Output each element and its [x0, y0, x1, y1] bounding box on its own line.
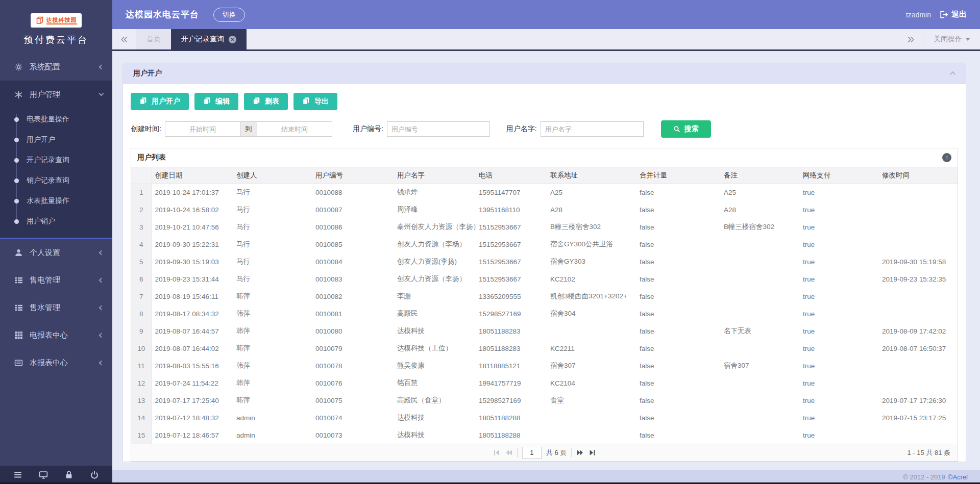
pagination-controls: 共 6 页 [493, 447, 596, 459]
scroll-top-icon[interactable]: ↑ [942, 153, 951, 162]
table-row[interactable]: 82019-08-17 08:34:32韩萍0010081高殿民15298527… [131, 305, 958, 322]
scroll-tabs-right-icon[interactable] [899, 29, 923, 49]
column-header[interactable]: 用户名字 [394, 167, 476, 184]
app-root: 达模科技园 预付费云平台 系统配置用户管理电表批量操作用户开户开户记录查询销户记… [0, 0, 980, 484]
table-cell: 15152953667 [476, 270, 547, 288]
table-cell: 马行 [233, 253, 312, 270]
tab[interactable]: 开户记录查询× [171, 29, 247, 49]
table-row[interactable]: 62019-09-23 15:31:44马行0010083创友人力资源（李扬）1… [131, 270, 958, 288]
sidebar-item[interactable]: 个人设置 [0, 239, 112, 266]
sidebar-item[interactable]: 用户管理 [0, 81, 112, 108]
table-cell: 马行 [233, 218, 312, 236]
tab-close-icon[interactable]: × [229, 36, 236, 43]
toolbar-button[interactable]: 编辑 [194, 93, 238, 110]
table-row[interactable]: 112019-08-03 15:55:16韩萍0010078熊吴俊康181188… [131, 357, 958, 374]
table-row[interactable]: 152019-07-12 18:46:57admin0010073达模科技180… [131, 426, 958, 444]
table-row[interactable]: 142019-07-12 18:48:32admin0010074达模科技180… [131, 409, 958, 426]
sidebar-subitem[interactable]: 用户销户 [0, 211, 112, 232]
first-page-icon[interactable] [493, 449, 500, 456]
column-header[interactable]: 合并计量 [636, 167, 721, 184]
table-cell: true [800, 322, 879, 340]
column-header[interactable]: 联系地址 [547, 167, 636, 184]
column-header[interactable]: 备注 [721, 167, 800, 184]
hamburger-menu-icon[interactable] [13, 470, 22, 479]
sidebar-subitem[interactable]: 电表批量操作 [0, 109, 112, 130]
chevron-left-icon [99, 64, 104, 69]
grid-title-bar: 用户列表 ↑ [131, 148, 958, 167]
table-row[interactable]: 92019-08-07 16:44:57韩萍0010080达模科技1805118… [131, 322, 958, 340]
sidebar-item[interactable]: 水报表中心 [0, 349, 112, 376]
table-row[interactable]: 22019-10-24 16:58:02马行0010087周泽峰13951168… [131, 201, 958, 218]
sidebar-item-label: 水报表中心 [30, 358, 100, 368]
toolbar-button[interactable]: 删表 [244, 93, 288, 110]
table-cell: true [800, 253, 879, 270]
table-cell: 2019-07-12 18:48:32 [152, 409, 233, 426]
user-name-input[interactable] [541, 121, 644, 137]
sidebar-subitem[interactable]: 开户记录查询 [0, 150, 112, 170]
column-header[interactable]: 修改时间 [879, 167, 958, 184]
acrel-link[interactable]: ©Acrel [948, 473, 968, 481]
table-row[interactable]: 32019-10-21 10:47:56马行0010086泰州创友人力资源（李扬… [131, 218, 958, 236]
table-row[interactable]: 52019-09-30 15:19:03马行0010084创友人力资源(李扬)1… [131, 253, 958, 270]
table-cell [879, 305, 958, 322]
sidebar-item[interactable]: 售水管理 [0, 294, 112, 321]
table-cell: 0010082 [312, 288, 394, 305]
sidebar-subitem[interactable]: 销户记录查询 [0, 170, 112, 191]
logout-button[interactable]: 退出 [951, 10, 967, 19]
toolbar-button[interactable]: 导出 [293, 93, 337, 110]
table-row[interactable]: 42019-09-30 15:22:31马行0010085创友人力资源（李杨）1… [131, 236, 958, 253]
table-cell: 15152953667 [476, 253, 547, 270]
table-cell: 2019-07-17 17:25:40 [152, 392, 233, 409]
sidebar-item[interactable]: 售电管理 [0, 266, 112, 294]
sidebar-subitem[interactable]: 用户开户 [0, 130, 112, 150]
column-header[interactable]: 用户编号 [312, 167, 394, 184]
table-row[interactable]: 72019-08-19 15:46:11韩萍0010082李灏133652095… [131, 288, 958, 305]
start-time-input[interactable] [165, 121, 240, 137]
switch-button[interactable]: 切换 [213, 8, 245, 22]
column-header[interactable]: 创建人 [233, 167, 312, 184]
column-header[interactable]: 电话 [476, 167, 547, 184]
table-cell: 创友人力资源（李杨） [394, 236, 476, 253]
table-cell: 2019-09-23 15:31:44 [152, 270, 233, 288]
close-operations-dropdown[interactable]: 关闭操作 [923, 29, 980, 49]
sidebar-item[interactable]: 电报表中心 [0, 321, 112, 349]
row-index: 9 [131, 322, 152, 340]
column-header[interactable]: 创建日期 [152, 167, 233, 184]
table-cell: false [636, 218, 721, 236]
table-row[interactable]: 132019-07-17 17:25:40韩萍0010075高殿民（食堂）152… [131, 392, 958, 409]
table-cell: 2019-10-24 16:58:02 [152, 201, 233, 218]
row-index: 15 [131, 426, 152, 444]
sidebar-subitem[interactable]: 水表批量操作 [0, 191, 112, 211]
toolbar-button[interactable]: 用户开户 [131, 93, 189, 110]
to-label: 到 [240, 121, 257, 137]
table-cell: true [800, 305, 879, 322]
last-page-icon[interactable] [589, 449, 596, 456]
collapse-panel-icon[interactable] [950, 71, 955, 77]
user-no-input[interactable] [387, 121, 490, 137]
prev-page-icon[interactable] [505, 449, 512, 456]
sidebar-item[interactable]: 系统配置 [0, 53, 112, 81]
tab[interactable]: 首页 [136, 29, 171, 49]
app-title: 达模园水电云平台 [126, 9, 199, 20]
table-row[interactable]: 122019-07-24 11:54:22韩萍0010076铭百慧1994175… [131, 374, 958, 392]
table-row[interactable]: 12019-10-24 17:01:37马行0010088钱承烨15951147… [131, 184, 958, 201]
monitor-icon[interactable] [39, 470, 48, 479]
column-header[interactable]: 网络支付 [800, 167, 879, 184]
pager-divider [571, 448, 572, 457]
next-page-icon[interactable] [576, 449, 584, 456]
power-icon[interactable] [90, 470, 99, 479]
gear-icon [14, 63, 23, 71]
doc-icon [302, 97, 310, 106]
end-time-input[interactable] [257, 121, 332, 137]
page-number-input[interactable] [522, 447, 542, 459]
search-button[interactable]: 搜索 [661, 120, 711, 138]
logout-icon[interactable] [939, 10, 948, 19]
table-row[interactable]: 102019-08-07 16:44:02韩萍0010079达模科技（工位）18… [131, 340, 958, 357]
bullet-dot-icon [14, 219, 19, 224]
sidebar-item-label: 售电管理 [30, 275, 100, 285]
lock-icon[interactable] [64, 470, 74, 479]
table-cell: 18051188283 [476, 340, 547, 357]
scroll-tabs-left-icon[interactable] [112, 29, 136, 49]
table-cell: true [800, 357, 879, 374]
tab-bar: 首页开户记录查询× 关闭操作 [112, 29, 980, 51]
